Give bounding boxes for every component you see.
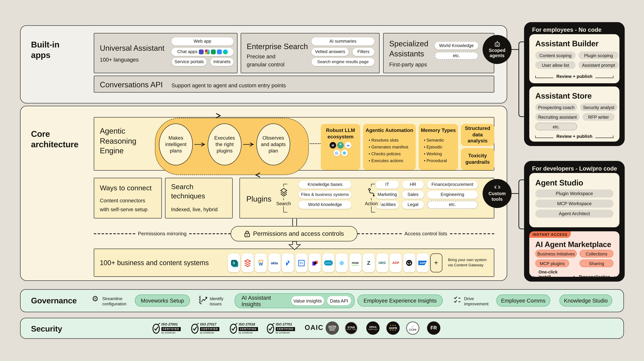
action-group-label: Action (362, 200, 380, 206)
specialized-assistants-subtitle: First-party apps (389, 61, 427, 69)
core-architecture-label: Core architecture (31, 129, 83, 150)
servicenow-logo: now (349, 254, 361, 272)
content-scoping-pill: Content scoping (535, 51, 576, 59)
structured-data-card: Structured data analysis (461, 124, 494, 146)
access-control-lists-label: Access control lists (402, 231, 450, 237)
data-api-pill: Data API (327, 296, 351, 305)
reasoning-step-2: Executes the right plugins (208, 123, 242, 165)
ai-assistant-insights-pill: AI Assistant Insights Value insights Dat… (235, 293, 354, 308)
store-etc-pill: etc. (535, 123, 577, 130)
schellman-check-icon (152, 323, 160, 334)
sap-logo: SAP (416, 254, 429, 272)
salesforce-logo: salesforce (322, 254, 334, 272)
legal-pill: Legal (402, 201, 424, 209)
fedramp-badge: FR (427, 322, 440, 335)
user-allow-list-pill: User allow list (535, 61, 576, 69)
memory-bullet: Working (424, 150, 447, 157)
identify-issues-label: Identify issues (210, 296, 232, 307)
memory-types-card: Memory Types Semantic Episodic Working P… (418, 124, 458, 170)
business-systems-title: 100+ business and content systems (100, 259, 209, 268)
for-employees-header: For employees - No code (532, 26, 602, 33)
search-group-label: Search (274, 200, 292, 206)
loop-to-llm-connector (310, 143, 320, 144)
automation-bullet: Resolves slots (369, 137, 408, 144)
enterprise-search-title: Enterprise Search (247, 42, 308, 52)
knowledge-bases-pill: Knowledge bases (299, 181, 352, 189)
moveworks-logo: M (330, 142, 336, 149)
custom-tools-label: Custom tools (488, 191, 507, 202)
slack-icon (205, 49, 210, 54)
okta-logo: okta (268, 254, 280, 272)
ukg-logo: UKG (376, 254, 388, 272)
world-knowledge-plugin-pill: World knowledge (299, 201, 352, 209)
zoom-icon (217, 49, 222, 54)
custom-tools-badge: Custom tools (482, 179, 512, 208)
google-chat-icon (211, 49, 216, 54)
iso-27018-badge: ISO 27018CERTIFIEDby schellman (230, 322, 258, 334)
snowflake-logo: ❆ (336, 254, 348, 272)
mcp-plugins-pill: MCP plugins (535, 260, 569, 267)
identify-issues-icon (198, 295, 208, 305)
systems-icon-row: S W okta 31 salesforce ❆ now Z UKG ADP S… (228, 254, 445, 272)
access-control-lists-line: Access control lists (358, 230, 494, 237)
scoped-agents-label: Scoped agents (487, 48, 507, 58)
memory-bullet: Episodic (424, 144, 447, 150)
webex-icon (223, 49, 228, 54)
web-app-pill: Web app (172, 37, 234, 45)
reasoning-step-3: Observes and adapts plan (256, 123, 290, 165)
ccpa-check: ✓ (411, 325, 414, 328)
plug-icon (493, 185, 501, 190)
toxicity-guardrails-card: Toxicity guardrails (461, 148, 494, 170)
schellman-check-icon (191, 323, 199, 334)
one-click-install-note: One-click install (534, 269, 574, 278)
memory-bullet: Procedural (424, 157, 447, 164)
memory-types-title: Memory Types (418, 124, 458, 134)
mcp-workspace-pill: MCP Workspace (535, 200, 614, 208)
conversations-api-subtitle: Support agent to agent and custom entry … (172, 82, 286, 90)
value-insights-pill: Value insights (291, 296, 324, 305)
robot-icon (494, 40, 500, 47)
openai-logo: * (337, 142, 344, 149)
universal-assistant-subtitle: 100+ languages (100, 56, 138, 64)
ms-teams-icon (199, 49, 204, 54)
marketing-pill: Marketing (376, 191, 399, 199)
schellman-check-icon (266, 323, 274, 334)
search-group-icon (278, 187, 289, 198)
finance-procurement-pill: Finance/procurement (427, 181, 478, 189)
agent-architect-pill: Agent Architect (535, 210, 614, 218)
conversations-api-title: Conversations API (100, 80, 163, 90)
files-business-systems-pill: Files & business systems (299, 191, 352, 199)
agent-studio-title: Agent Studio (535, 178, 583, 187)
adp-logo: ADP (390, 254, 402, 272)
search-techniques-title: Search techniques (171, 182, 213, 201)
hipaa-badge: HIPAA COMPLIANT (366, 322, 380, 335)
service-portals-pill: Service portals (172, 58, 206, 66)
llm-ecosystem-card: Robust LLM ecosystem M * ∞ G ❆ (321, 124, 360, 170)
jira-logo (282, 254, 294, 272)
memory-bullet: Semantic (424, 137, 447, 144)
plugin-workspace-pill: Plugin Workspace (535, 189, 614, 198)
for-developers-header: For developers - Low/pro code (532, 165, 617, 172)
permissions-mirroring-label: Permissions mirroring (135, 231, 190, 237)
gdpr-badge: ★ ★ ★ GDPR ★ ★ ★ (386, 322, 400, 335)
prospecting-coach-pill: Prospecting coach (535, 103, 577, 111)
instant-access-tag: INSTANT ACCESS (529, 231, 571, 238)
google-calendar-logo: 31 (295, 254, 308, 272)
byo-system-note: Bring your own system via Content Gatewa… (448, 257, 491, 268)
iso-27701-badge: ISO 27701CERTIFIEDby schellman (266, 322, 295, 334)
automation-bullet: Generates manifest (369, 144, 408, 150)
intranets-pill: Intranets (210, 58, 234, 66)
ai-assistant-insights-label: AI Assistant Insights (242, 294, 288, 307)
business-initiatives-pill: Business initiatives (535, 250, 577, 258)
built-in-apps-label: Built-in apps (31, 39, 75, 61)
action-etc-pill: etc. (427, 201, 478, 209)
bring-your-own-plus-tile: + (430, 254, 442, 272)
store-review-publish: Review + publish (535, 133, 614, 138)
marketplace-footers: One-click install Personalization (534, 269, 615, 278)
it-pill: IT (376, 181, 399, 189)
action-group-icon (366, 187, 377, 198)
gdpr-stars: ★ ★ ★ (390, 330, 396, 332)
abstract-shapes-logo (309, 254, 321, 272)
employee-comms-pill: Employee Comms (496, 295, 550, 307)
meta-logo: ∞ (345, 142, 352, 149)
